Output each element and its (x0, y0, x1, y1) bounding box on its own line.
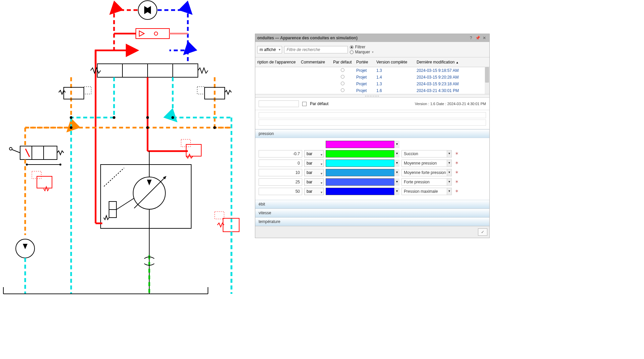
name-field[interactable] (259, 100, 299, 107)
svg-rect-1 (136, 29, 169, 39)
level-label-input[interactable]: Moyenne pression▾ (401, 160, 452, 167)
unit-dropdown[interactable]: bar (304, 188, 324, 195)
svg-point-42 (171, 116, 174, 119)
svg-point-25 (59, 164, 61, 166)
threshold-input[interactable]: 50 (259, 188, 302, 195)
color-picker-button[interactable]: ▾ (394, 160, 399, 167)
pressure-row: 50 bar ▾ Pression maximale▾ ✶ (259, 188, 486, 195)
delete-row-icon[interactable]: ✶ (454, 188, 460, 194)
pressure-row: -0.7 bar ▾ Succion▾ ✶ (259, 150, 486, 158)
color-swatch[interactable]: ▾ (326, 150, 399, 158)
pressure-row: ▾ (259, 141, 486, 148)
pin-button[interactable]: 📌 (475, 35, 481, 41)
svg-rect-21 (37, 176, 52, 188)
filter-mode-radios: Filtrer Marquer▾ (350, 45, 374, 54)
hydraulic-schematic: .red { stroke:#ff0000; } .blue { stroke:… (0, 0, 255, 359)
threshold-input[interactable]: -0.7 (259, 150, 302, 158)
svg-point-24 (26, 164, 28, 166)
delete-row-icon[interactable]: ✶ (454, 179, 460, 185)
unit-dropdown[interactable]: bar (304, 169, 324, 176)
color-picker-button[interactable]: ▾ (394, 178, 399, 186)
section-pressure[interactable]: pression (255, 129, 489, 138)
pressure-row: 10 bar ▾ Moyenne forte pression▾ ✶ (259, 169, 486, 176)
color-swatch[interactable]: ▾ (326, 141, 399, 148)
version-info: Version : 1.6 Date : 2024-03-21 4:30:01 … (415, 102, 486, 106)
color-swatch[interactable]: ▾ (326, 178, 399, 186)
dialog-footer: ✓ (255, 226, 489, 238)
col-version[interactable]: Version complète (374, 59, 415, 65)
svg-point-41 (113, 116, 115, 119)
grid-body: Projet 1.3 2024-03-15 9:18:57 AM Projet … (255, 67, 489, 94)
pressure-row: 25 bar ▾ Forte pression▾ ✶ (259, 178, 486, 186)
detail-row: Par défaut Version : 1.6 Date : 2024-03-… (255, 98, 489, 110)
table-row[interactable]: Projet 1.3 2024-03-15 9:18:57 AM (255, 67, 489, 74)
grid-scrollbar[interactable] (485, 67, 489, 94)
col-comment[interactable]: Commentaire (299, 59, 331, 65)
level-label-input[interactable]: Moyenne forte pression▾ (401, 169, 452, 176)
color-swatch[interactable]: ▾ (326, 169, 399, 176)
svg-rect-17 (20, 146, 57, 160)
col-modified[interactable]: Dernière modification ▲ (415, 59, 489, 65)
color-picker-button[interactable]: ▾ (394, 141, 399, 148)
svg-point-44 (70, 126, 72, 129)
table-row[interactable]: Projet 1.6 2024-03-21 4:30:01 PM (255, 87, 489, 94)
col-default[interactable]: Par défaut (331, 59, 354, 65)
default-checkbox[interactable] (302, 102, 307, 106)
ok-button[interactable]: ✓ (478, 228, 487, 236)
color-picker-button[interactable]: ▾ (394, 169, 399, 176)
svg-rect-35 (215, 212, 224, 219)
color-swatch[interactable]: ▾ (326, 188, 399, 195)
color-swatch[interactable]: ▾ (326, 160, 399, 167)
section-temperature[interactable]: température (255, 217, 489, 226)
threshold-input[interactable]: 25 (259, 178, 302, 186)
svg-point-46 (213, 126, 216, 129)
svg-rect-14 (197, 87, 205, 94)
col-scope[interactable]: Portée (354, 59, 374, 65)
section-speed[interactable]: vitesse (255, 209, 489, 217)
dialog-titlebar: onduites — Apparence des conduites en si… (255, 34, 489, 42)
filter-radio[interactable]: Filtrer (350, 45, 374, 49)
svg-point-45 (146, 126, 149, 129)
description-fields (255, 110, 489, 129)
grid-header: ription de l'apparence Commentaire Par d… (255, 57, 489, 67)
search-input[interactable] (284, 46, 348, 53)
splitter[interactable]: ••••••••• (255, 94, 489, 98)
dialog-title: onduites — Apparence des conduites en si… (257, 36, 467, 40)
help-button[interactable]: ? (468, 35, 474, 41)
threshold-input[interactable]: 10 (259, 169, 302, 176)
level-label-input[interactable]: Succion▾ (401, 150, 452, 158)
table-row[interactable]: Projet 1.4 2024-03-15 9:20:28 AM (255, 74, 489, 81)
close-button[interactable]: ✕ (481, 35, 487, 41)
color-picker-button[interactable]: ▾ (394, 150, 399, 158)
mark-radio[interactable]: Marquer▾ (350, 50, 374, 54)
unit-dropdown[interactable]: bar (304, 150, 324, 158)
display-dropdown[interactable]: m affiché (257, 46, 282, 53)
appearance-dialog: onduites — Apparence des conduites en si… (255, 34, 490, 238)
level-label-input[interactable]: Pression maximale▾ (401, 188, 452, 195)
svg-point-40 (70, 116, 72, 119)
color-picker-button[interactable]: ▾ (394, 188, 399, 195)
filter-toolbar: m affiché Filtrer Marquer▾ (255, 42, 489, 57)
unit-dropdown[interactable]: bar (304, 160, 324, 167)
svg-point-20 (9, 147, 12, 150)
svg-point-43 (146, 116, 149, 119)
svg-rect-11 (64, 87, 84, 99)
desc-field-2[interactable] (259, 120, 486, 126)
unit-dropdown[interactable]: bar (304, 178, 324, 186)
svg-rect-15 (186, 144, 201, 156)
delete-row-icon[interactable]: ✶ (454, 151, 460, 157)
threshold-input[interactable]: 0 (259, 160, 302, 167)
pressure-body: ▾ -0.7 bar ▾ Succion▾ ✶ 0 bar ▾ Moyenne … (255, 138, 489, 200)
delete-row-icon[interactable]: ✶ (454, 170, 460, 176)
delete-row-icon[interactable]: ✶ (454, 160, 460, 166)
desc-field-1[interactable] (259, 112, 486, 118)
default-checkbox-label: Par défaut (310, 101, 328, 106)
pressure-row: 0 bar ▾ Moyenne pression▾ ✶ (259, 160, 486, 167)
level-label-input[interactable]: Forte pression▾ (401, 178, 452, 186)
table-row[interactable]: Projet 1.3 2024-03-15 9:23:18 AM (255, 81, 489, 87)
col-description[interactable]: ription de l'apparence (255, 59, 299, 65)
section-flow[interactable]: ébit (255, 200, 489, 209)
svg-point-2 (154, 32, 158, 35)
svg-rect-13 (84, 87, 91, 94)
